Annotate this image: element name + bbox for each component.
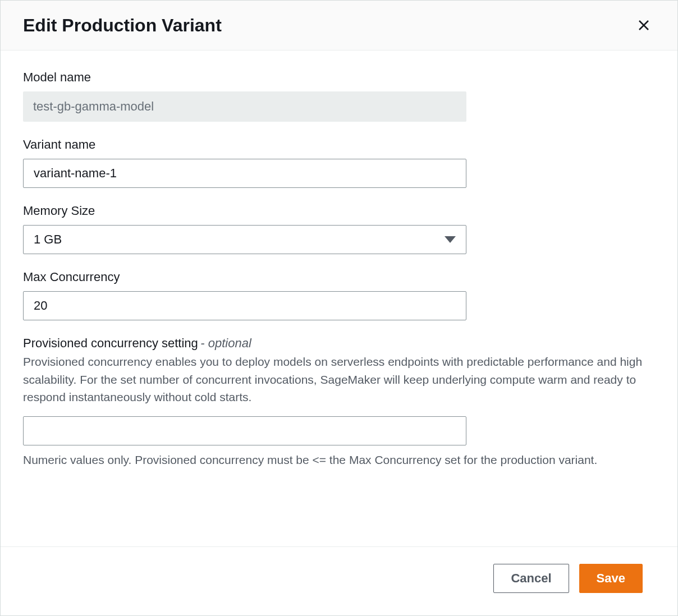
chevron-down-icon — [445, 236, 456, 243]
provisioned-label-row: Provisioned concurrency setting - option… — [23, 336, 655, 351]
optional-tag: - optional — [200, 336, 251, 350]
variant-name-group: Variant name — [23, 137, 655, 188]
modal-header: Edit Production Variant — [1, 1, 677, 50]
memory-size-select-wrapper: 1 GB — [23, 225, 466, 254]
provisioned-concurrency-label: Provisioned concurrency setting — [23, 336, 198, 350]
model-name-input: test-gb-gamma-model — [23, 91, 466, 122]
memory-size-value: 1 GB — [34, 232, 62, 247]
max-concurrency-group: Max Concurrency — [23, 270, 655, 320]
model-name-group: Model name test-gb-gamma-model — [23, 70, 655, 122]
edit-production-variant-modal: Edit Production Variant Model name test-… — [0, 0, 678, 616]
close-icon — [637, 19, 650, 32]
provisioned-helper: Numeric values only. Provisioned concurr… — [23, 451, 655, 469]
memory-size-label: Memory Size — [23, 204, 655, 218]
variant-name-label: Variant name — [23, 137, 655, 152]
memory-size-select[interactable]: 1 GB — [23, 225, 466, 254]
modal-body: Model name test-gb-gamma-model Variant n… — [1, 50, 677, 546]
model-name-label: Model name — [23, 70, 655, 85]
provisioned-concurrency-input[interactable] — [23, 416, 466, 445]
cancel-button[interactable]: Cancel — [493, 564, 569, 593]
memory-size-group: Memory Size 1 GB — [23, 204, 655, 254]
close-button[interactable] — [633, 14, 655, 36]
modal-footer: Cancel Save — [1, 546, 677, 615]
provisioned-concurrency-group: Provisioned concurrency setting - option… — [23, 336, 655, 468]
max-concurrency-label: Max Concurrency — [23, 270, 655, 284]
modal-title: Edit Production Variant — [23, 15, 222, 36]
variant-name-input[interactable] — [23, 159, 466, 188]
max-concurrency-input[interactable] — [23, 291, 466, 320]
save-button[interactable]: Save — [579, 564, 643, 593]
provisioned-description: Provisioned concurrency enables you to d… — [23, 353, 655, 406]
